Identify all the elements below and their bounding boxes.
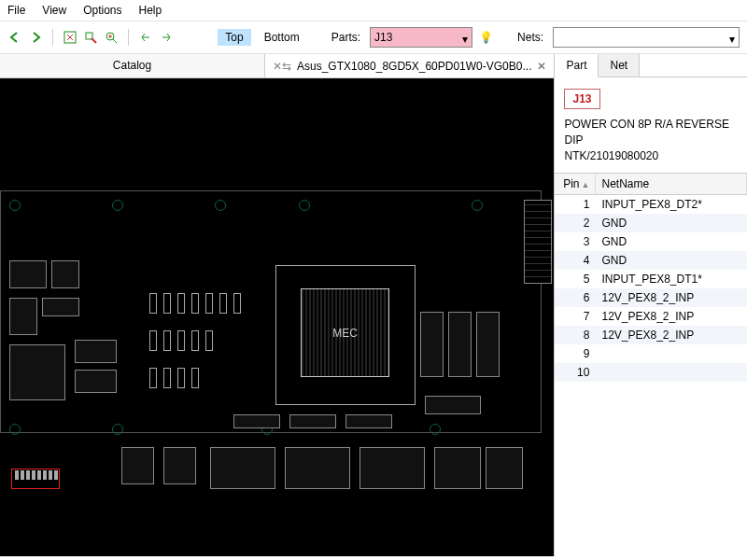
component [51,260,79,288]
connector-pads [15,470,58,480]
part-description: POWER CON 8P R/A REVERSE DIP NTK/2101908… [555,117,747,173]
component [9,298,37,335]
forward-icon[interactable] [28,29,43,46]
lightbulb-icon[interactable]: 💡 [478,29,493,46]
pin-number: 9 [555,344,596,363]
chevron-down-icon: ▾ [462,33,468,46]
pcb-canvas[interactable]: MEC [0,78,554,556]
table-row[interactable]: 10 [555,363,747,382]
prev-icon[interactable] [138,29,153,46]
nets-label: Nets: [517,31,543,44]
zoom-in-icon[interactable] [104,29,119,46]
capacitor [191,368,199,388]
table-row[interactable]: 3GND [555,232,747,251]
table-row[interactable]: 712V_PEX8_2_INP [555,307,747,326]
layer-top-button[interactable]: Top [218,29,250,46]
table-row[interactable]: 612V_PEX8_2_INP [555,288,747,307]
capacitor [177,368,185,388]
menu-options[interactable]: Options [83,4,121,17]
table-row[interactable]: 4GND [555,251,747,270]
capacitor [177,330,185,351]
component [9,344,65,400]
tab-catalog[interactable]: Catalog [0,54,265,77]
pin-number: 2 [555,214,596,232]
mounting-hole [9,424,21,435]
tab-net[interactable]: Net [599,54,640,77]
menu-help[interactable]: Help [139,4,162,17]
parts-label: Parts: [331,31,360,44]
table-row[interactable]: 9 [555,344,747,363]
table-row[interactable]: 2GND [555,214,747,232]
document-tabs: Catalog ✕⇆ Asus_GTX1080_8GD5X_60PD01W0-V… [0,54,554,78]
capacitor [163,330,171,351]
mounting-hole [112,424,123,435]
table-header[interactable]: Pin▲ NetName [555,174,747,195]
pin-number: 5 [555,270,596,288]
capacitor [163,293,171,314]
table-row[interactable]: 5INPUT_PEX8_DT1* [555,270,747,288]
component [233,414,280,428]
left-pane: Catalog ✕⇆ Asus_GTX1080_8GD5X_60PD01W0-V… [0,54,555,556]
net-name [596,363,747,382]
sort-asc-icon: ▲ [582,180,590,189]
pin-number: 1 [555,195,596,214]
tab-document[interactable]: ✕⇆ Asus_GTX1080_8GD5X_60PD01W0-VG0B0... … [265,54,554,77]
table-row[interactable]: 812V_PEX8_2_INP [555,326,747,344]
net-name: GND [596,251,747,270]
mounting-hole [430,424,441,435]
component [75,370,117,393]
layer-bottom-button[interactable]: Bottom [257,29,307,46]
separator [52,29,53,46]
capacitor [149,368,157,388]
mounting-hole [215,200,226,211]
part-ref-badge: J13 [564,89,599,109]
tab-part[interactable]: Part [555,54,599,77]
mounting-hole [299,200,310,211]
zoom-fit-icon[interactable] [63,29,78,46]
next-icon[interactable] [159,29,174,46]
component [425,396,481,414]
capacitor [163,368,171,388]
back-icon[interactable] [7,29,22,46]
net-name: INPUT_PEX8_DT1* [596,270,747,288]
parts-combo[interactable]: J13 ▾ [370,27,472,48]
gpu-die: MEC [301,288,389,377]
svg-rect-1 [86,33,92,39]
net-name: 12V_PEX8_2_INP [596,288,747,307]
component [289,414,336,428]
pin-number: 4 [555,251,596,270]
menu-bar: File View Options Help [0,0,747,21]
net-name: GND [596,214,747,232]
close-icon[interactable]: ✕ [537,60,546,73]
capacitor [177,293,185,314]
capacitor [149,330,157,351]
pins-table: Pin▲ NetName 1INPUT_PEX8_DT2*2GND3GND4GN… [555,173,747,382]
component [345,414,392,428]
net-name: GND [596,232,747,251]
separator [128,29,129,46]
component [42,298,79,316]
properties-panel: Part Net J13 POWER CON 8P R/A REVERSE DI… [555,54,747,556]
component [121,447,154,484]
menu-file[interactable]: File [7,4,25,17]
capacitor [149,293,157,314]
component [359,447,425,489]
component [9,260,47,288]
component [476,312,500,377]
pin-number: 8 [555,326,596,344]
capacitor [205,330,213,351]
zoom-region-icon[interactable] [83,29,98,46]
menu-view[interactable]: View [42,4,66,17]
col-pin-header: Pin▲ [555,174,596,194]
capacitor [191,330,199,351]
toolbar: Top Bottom Parts: J13 ▾ 💡 Nets: ▾ [0,21,747,54]
shuffle-icon: ✕⇆ [273,60,291,73]
component [486,447,523,489]
capacitor [233,293,241,314]
capacitor [205,293,213,314]
mounting-hole [9,200,21,211]
pin-number: 3 [555,232,596,251]
mounting-hole [472,200,483,211]
table-row[interactable]: 1INPUT_PEX8_DT2* [555,195,747,214]
nets-combo[interactable]: ▾ [553,27,740,48]
